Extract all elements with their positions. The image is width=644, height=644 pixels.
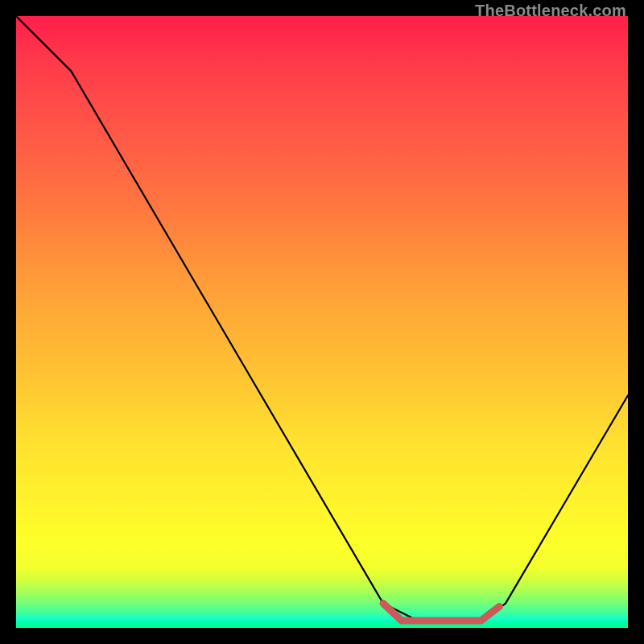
plot-area (16, 16, 628, 628)
watermark-text: TheBottleneck.com (475, 2, 626, 20)
chart-svg (16, 16, 628, 628)
bottleneck-curve (16, 16, 628, 621)
